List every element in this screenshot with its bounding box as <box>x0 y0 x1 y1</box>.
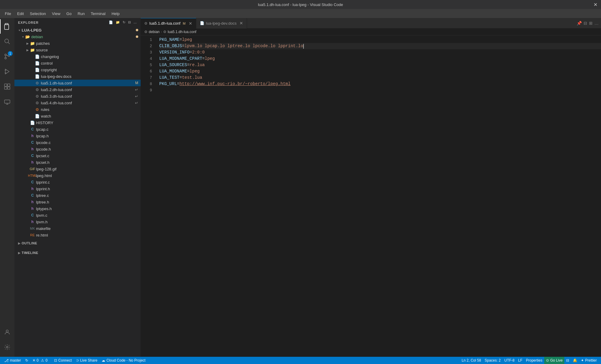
menu-selection[interactable]: Selection <box>27 10 48 17</box>
collapse-icon[interactable]: ⊟ <box>128 20 131 24</box>
menu-terminal[interactable]: Terminal <box>88 10 108 17</box>
tree-item-lpcode-h[interactable]: ▶ h lpcode.h <box>14 146 141 152</box>
remote-activity-icon[interactable] <box>0 94 14 109</box>
tree-item-debian[interactable]: ▾ 📂 debian <box>14 33 141 40</box>
code-editor[interactable]: PKG_NAME=lpeg CLIB_OBJS=lpvm.lo lpcap.lo… <box>156 35 601 357</box>
menu-go[interactable]: Go <box>64 10 74 17</box>
svg-line-3 <box>8 42 10 44</box>
tree-item-lua52-conf[interactable]: ▶ ⚙ lua5.2.dh-lua.conf ↵ <box>14 86 141 93</box>
tree-item-lpeg-gif[interactable]: ▶ GIF lpeg-128.gif <box>14 166 141 172</box>
tree-item-lpcode-c[interactable]: ▶ C lpcode.c <box>14 139 141 146</box>
tree-item-changelog[interactable]: ▶ 📄 changelog <box>14 53 141 60</box>
breadcrumb-part-debian[interactable]: debian <box>149 30 160 34</box>
breadcrumb-part-file[interactable]: lua5.1.dh-lua.conf <box>168 30 196 34</box>
tree-item-lpvm-h[interactable]: ▶ h lpvm.h <box>14 219 141 225</box>
source-control-activity-icon[interactable]: 1 <box>0 49 14 64</box>
tree-item-source[interactable]: ▶ 📁 source <box>14 47 141 53</box>
code-val-4: lpeg <box>205 56 215 62</box>
tree-item-history[interactable]: ▶ 📄 HISTORY <box>14 119 141 126</box>
status-position-label: Ln 2, Col 58 <box>462 358 481 362</box>
svg-rect-1 <box>5 25 9 29</box>
tree-item-lpeg-html[interactable]: ▶ HTML lpeg.html <box>14 172 141 179</box>
menu-view[interactable]: View <box>50 10 63 17</box>
tree-item-lpprint-c[interactable]: ▶ C lpprint.c <box>14 179 141 185</box>
tree-item-lua-lpeg[interactable]: ▾ LUA-LPEG <box>14 27 141 33</box>
file-icon-lpcset-c: C <box>30 153 35 158</box>
pin-icon[interactable]: 📌 <box>577 21 582 26</box>
tree-item-lptree-c[interactable]: ▶ C lptree.c <box>14 192 141 199</box>
tab-close-lua51-conf[interactable]: ✕ <box>189 21 192 26</box>
tree-item-lptree-h[interactable]: ▶ h lptree.h <box>14 199 141 205</box>
tree-item-lpcset-c[interactable]: ▶ C lpcset.c <box>14 152 141 159</box>
tree-label-re-html: re.html <box>36 233 141 237</box>
accounts-activity-icon[interactable] <box>0 325 14 339</box>
tree-item-control[interactable]: ▶ 📄 control <box>14 60 141 66</box>
status-position[interactable]: Ln 2, Col 58 <box>460 357 483 364</box>
status-right: Ln 2, Col 58 Spaces: 2 UTF-8 LF Properti… <box>460 357 599 364</box>
refresh-icon[interactable]: ↻ <box>123 20 126 24</box>
status-spaces[interactable]: Spaces: 2 <box>483 357 502 364</box>
extensions-activity-icon[interactable] <box>0 79 14 94</box>
tree-label-lpcode-h: lpcode.h <box>36 147 141 151</box>
status-prettier[interactable]: ✦ Prettier <box>579 357 599 364</box>
close-button[interactable]: ✕ <box>593 2 597 8</box>
run-debug-activity-icon[interactable] <box>0 64 14 79</box>
status-screen[interactable]: ⊟ <box>564 357 571 364</box>
menu-help[interactable]: Help <box>109 10 122 17</box>
activity-bar: 1 <box>0 18 14 357</box>
menu-run[interactable]: Run <box>75 10 87 17</box>
tree-item-lua-lpeg-dev-docs[interactable]: ▶ 📄 lua-lpeg-dev.docs <box>14 73 141 80</box>
tree-item-re-html[interactable]: ▶ RE re.html <box>14 232 141 238</box>
tab-lua-lpeg-docs[interactable]: 📄 lua-lpeg-dev.docs ✕ <box>196 18 247 29</box>
explorer-activity-icon[interactable] <box>0 19 14 34</box>
tree-item-lpcap-c[interactable]: ▶ C lpcap.c <box>14 126 141 133</box>
new-file-icon[interactable]: 📄 <box>109 20 113 24</box>
tab-lua51-conf[interactable]: ⚙ lua5.1.dh-lua.conf M ✕ <box>141 18 196 29</box>
tab-label-lua51-conf: lua5.1.dh-lua.conf <box>149 21 180 26</box>
tree-item-lptypes-h[interactable]: ▶ h lptypes.h <box>14 205 141 212</box>
tree-arrow-lua-lpeg: ▾ <box>17 28 22 32</box>
timeline-header[interactable]: ▶ TIMELINE <box>14 249 141 256</box>
menu-edit[interactable]: Edit <box>15 10 26 17</box>
tree-item-lua53-conf[interactable]: ▶ ⚙ lua5.3.dh-lua.conf ↵ <box>14 93 141 99</box>
status-encoding[interactable]: UTF-8 <box>502 357 516 364</box>
new-folder-icon[interactable]: 📁 <box>116 20 120 24</box>
status-errors[interactable]: ✕ 0 ⚠ 0 <box>31 357 49 364</box>
tree-item-lua54-conf[interactable]: ▶ ⚙ lua5.4.dh-lua.conf ↵ <box>14 99 141 106</box>
more-actions-icon[interactable]: … <box>133 20 137 24</box>
status-branch[interactable]: ⎇ master <box>2 357 23 364</box>
tree-item-lpprint-h[interactable]: ▶ h lpprint.h <box>14 185 141 192</box>
status-cloud[interactable]: ☁ Cloud Code - No Project <box>100 357 147 364</box>
tree-item-lpcap-h[interactable]: ▶ h lpcap.h <box>14 133 141 139</box>
tab-modified-lua51-conf: M <box>183 22 185 25</box>
menu-file[interactable]: File <box>2 10 14 17</box>
tab-close-lua-lpeg-docs[interactable]: ✕ <box>239 21 243 26</box>
status-liveshare[interactable]: ⊃ Live Share <box>74 357 99 364</box>
tree-label-control: control <box>41 61 141 66</box>
tree-label-lua54-conf: lua5.4.dh-lua.conf <box>41 101 135 105</box>
status-sync[interactable]: ↻ <box>23 357 30 364</box>
split-down-icon[interactable]: ⊞ <box>589 21 593 26</box>
status-remote-connect[interactable]: ⊡ Connect <box>52 357 74 364</box>
split-editor-icon[interactable]: ⊟ <box>584 21 587 26</box>
status-eol[interactable]: LF <box>516 357 524 364</box>
tree-item-makefile[interactable]: ▶ MK makefile <box>14 225 141 232</box>
tree-item-lpcset-h[interactable]: ▶ h lpcset.h <box>14 159 141 166</box>
tree-item-rules[interactable]: ▶ ⚙ rules <box>14 106 141 113</box>
outline-header[interactable]: ▶ OUTLINE <box>14 240 141 247</box>
status-golive[interactable]: ⊙ Go Live <box>544 357 564 364</box>
tree-item-copyright[interactable]: ▶ 📄 copyright <box>14 66 141 73</box>
main-area: 1 EXPLORER 📄 📁 ↻ ⊟ <box>0 18 601 357</box>
status-bell[interactable]: 🔔 <box>571 357 579 364</box>
tree-item-patches[interactable]: ▶ 📁 patches <box>14 40 141 47</box>
settings-activity-icon[interactable] <box>0 340 14 354</box>
tree-item-lpvm-c[interactable]: ▶ C lpvm.c <box>14 212 141 219</box>
file-icon-lptree-h: h <box>30 200 35 204</box>
status-language[interactable]: Properties <box>524 357 544 364</box>
line-num-7: 7 <box>141 75 152 81</box>
tree-item-lua51-conf[interactable]: ▶ ⚙ lua5.1.dh-lua.conf M <box>14 80 141 86</box>
modified-indicator <box>136 29 138 31</box>
tree-item-watch[interactable]: ▶ 📄 watch <box>14 113 141 119</box>
search-activity-icon[interactable] <box>0 34 14 49</box>
more-editor-actions-icon[interactable]: … <box>594 21 599 26</box>
